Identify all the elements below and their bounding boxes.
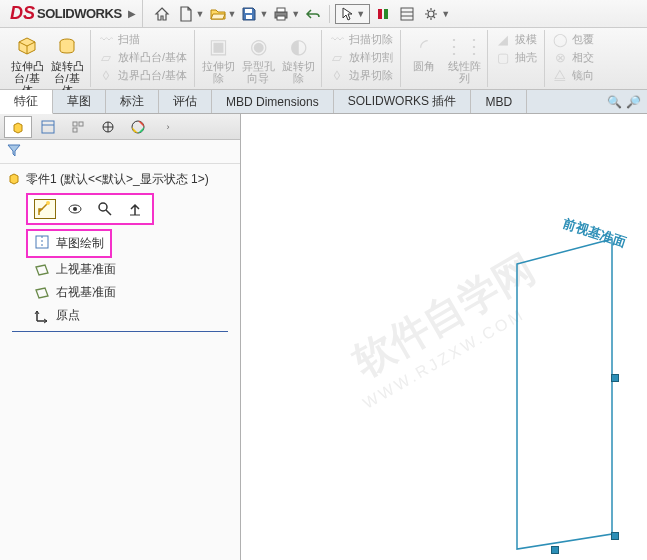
chevron-down-icon[interactable]: ▼ xyxy=(259,9,268,19)
intersect-button[interactable]: ⊗相交 xyxy=(548,48,598,66)
tab-feature[interactable]: 特征 xyxy=(0,90,53,114)
origin-icon xyxy=(34,308,50,324)
svg-rect-16 xyxy=(73,128,77,132)
select-button[interactable]: ▼ xyxy=(335,4,370,24)
sweep-button[interactable]: 〰扫描 xyxy=(94,30,191,48)
tabs-right-tools: 🔍 🔎 xyxy=(607,90,647,113)
revolve-cut-button[interactable]: ◐旋转切除 xyxy=(278,30,318,86)
pane-tab-config[interactable] xyxy=(64,116,92,138)
loft-cut-icon: ▱ xyxy=(329,49,345,65)
sketch-button[interactable] xyxy=(34,199,56,219)
hole-wizard-button[interactable]: ◉异型孔向导 xyxy=(238,30,278,86)
chevron-down-icon[interactable]: ▼ xyxy=(441,9,450,19)
normal-to-button[interactable] xyxy=(124,199,146,219)
sweep-icon: 〰 xyxy=(98,31,114,47)
main-area: › 零件1 (默认<<默认>_显示状态 1>) 草图绘制 上视基准面 xyxy=(0,114,647,560)
tree-root[interactable]: 零件1 (默认<<默认>_显示状态 1>) xyxy=(6,170,234,189)
fillet-button[interactable]: ◜圆角 xyxy=(404,30,444,86)
extrude-cut-icon: ▣ xyxy=(204,32,232,60)
tab-annotate[interactable]: 标注 xyxy=(106,90,159,113)
tree-item-top-plane[interactable]: 上视基准面 xyxy=(34,258,234,281)
tab-addins[interactable]: SOLIDWORKS 插件 xyxy=(334,90,472,113)
ribbon-group-boss2: 〰扫描 ▱放样凸台/基体 ◊边界凸台/基体 xyxy=(91,30,195,87)
ds-logo-icon: DS xyxy=(10,3,35,24)
rebuild-button[interactable] xyxy=(372,3,394,25)
extrude-cut-button[interactable]: ▣拉伸切除 xyxy=(198,30,238,86)
revolve-boss-button[interactable]: 旋转凸台/基体 xyxy=(47,30,87,98)
right-plane-label: 右视基准面 xyxy=(56,284,116,301)
print-button[interactable] xyxy=(270,3,292,25)
plane-handle[interactable] xyxy=(611,532,619,540)
pattern-button[interactable]: ⋮⋮线性阵列 xyxy=(444,30,484,86)
boundary-cut-button[interactable]: ◊边界切除 xyxy=(325,66,397,84)
sketch-draw-label: 草图绘制 xyxy=(56,235,104,252)
pane-tab-dim[interactable] xyxy=(94,116,122,138)
ribbon-group-feature: ◜圆角 ⋮⋮线性阵列 xyxy=(401,30,488,87)
boundary-button[interactable]: ◊边界凸台/基体 xyxy=(94,66,191,84)
chevron-down-icon[interactable]: ▼ xyxy=(196,9,205,19)
app-logo[interactable]: DS SOLIDWORKS ▶ xyxy=(4,0,143,27)
mirror-icon: ⧋ xyxy=(552,67,568,83)
filter-icon[interactable] xyxy=(6,142,22,161)
pane-tab-appearance[interactable] xyxy=(124,116,152,138)
plane-icon xyxy=(34,285,50,301)
show-button[interactable] xyxy=(64,199,86,219)
pane-tab-overflow[interactable]: › xyxy=(154,116,182,138)
revolve-cut-icon: ◐ xyxy=(284,32,312,60)
sketch-icon xyxy=(34,234,50,253)
svg-rect-4 xyxy=(277,16,285,20)
svg-rect-0 xyxy=(245,9,252,13)
loft-icon: ▱ xyxy=(98,49,114,65)
svg-rect-12 xyxy=(42,121,54,133)
chevron-down-icon[interactable]: ▼ xyxy=(228,9,237,19)
pattern-icon: ⋮⋮ xyxy=(450,32,478,60)
mirror-button[interactable]: ⧋镜向 xyxy=(548,66,598,84)
tab-sketch[interactable]: 草图 xyxy=(53,90,106,113)
loft-cut-button[interactable]: ▱放样切割 xyxy=(325,48,397,66)
pane-tab-feature-tree[interactable] xyxy=(4,116,32,138)
plane-handle[interactable] xyxy=(611,374,619,382)
draft-button[interactable]: ◢拔模 xyxy=(491,30,541,48)
separator xyxy=(329,5,330,23)
graphics-viewport[interactable]: 软件自学网 WWW.RJZXW.COM 前视基准面 xyxy=(241,114,647,560)
tree-item-right-plane[interactable]: 右视基准面 xyxy=(34,281,234,304)
undo-button[interactable] xyxy=(302,3,324,25)
rollback-bar[interactable] xyxy=(12,331,228,332)
origin-label: 原点 xyxy=(56,307,80,324)
sweep-cut-button[interactable]: 〰扫描切除 xyxy=(325,30,397,48)
chevron-right-icon: › xyxy=(167,122,170,132)
options-button[interactable] xyxy=(396,3,418,25)
new-button[interactable] xyxy=(175,3,197,25)
tab-mbd[interactable]: MBD xyxy=(471,90,527,113)
tree-root-label: 零件1 (默认<<默认>_显示状态 1>) xyxy=(26,171,209,188)
revolve-icon xyxy=(53,32,81,60)
shell-icon: ▢ xyxy=(495,49,511,65)
extrude-boss-button[interactable]: 拉伸凸台/基体 xyxy=(7,30,47,98)
chevron-right-icon: ▶ xyxy=(128,8,136,19)
pane-tab-property[interactable] xyxy=(34,116,62,138)
loft-button[interactable]: ▱放样凸台/基体 xyxy=(94,48,191,66)
wrap-button[interactable]: ◯包覆 xyxy=(548,30,598,48)
zoom-fit-icon[interactable]: 🔍 xyxy=(607,95,622,109)
zoom-to-button[interactable] xyxy=(94,199,116,219)
feature-manager-pane: › 零件1 (默认<<默认>_显示状态 1>) 草图绘制 上视基准面 xyxy=(0,114,241,560)
sketch-draw-menu-item[interactable]: 草图绘制 xyxy=(26,229,112,258)
save-button[interactable] xyxy=(238,3,260,25)
context-toolbar xyxy=(26,193,154,225)
svg-line-25 xyxy=(106,210,111,215)
tab-mbd-dimensions[interactable]: MBD Dimensions xyxy=(212,90,334,113)
boundary-icon: ◊ xyxy=(98,67,114,83)
shell-button[interactable]: ▢抽壳 xyxy=(491,48,541,66)
plane-handle[interactable] xyxy=(551,546,559,554)
tab-evaluate[interactable]: 评估 xyxy=(159,90,212,113)
zoom-area-icon[interactable]: 🔎 xyxy=(626,95,641,109)
tree-item-origin[interactable]: 原点 xyxy=(34,304,234,327)
ribbon-group-feature3: ◯包覆 ⊗相交 ⧋镜向 xyxy=(545,30,601,87)
open-button[interactable] xyxy=(207,3,229,25)
settings-button[interactable] xyxy=(420,3,442,25)
plane-icon xyxy=(34,262,50,278)
chevron-down-icon[interactable]: ▼ xyxy=(291,9,300,19)
home-button[interactable] xyxy=(151,3,173,25)
front-plane-outline[interactable] xyxy=(497,234,617,554)
boundary-cut-icon: ◊ xyxy=(329,67,345,83)
